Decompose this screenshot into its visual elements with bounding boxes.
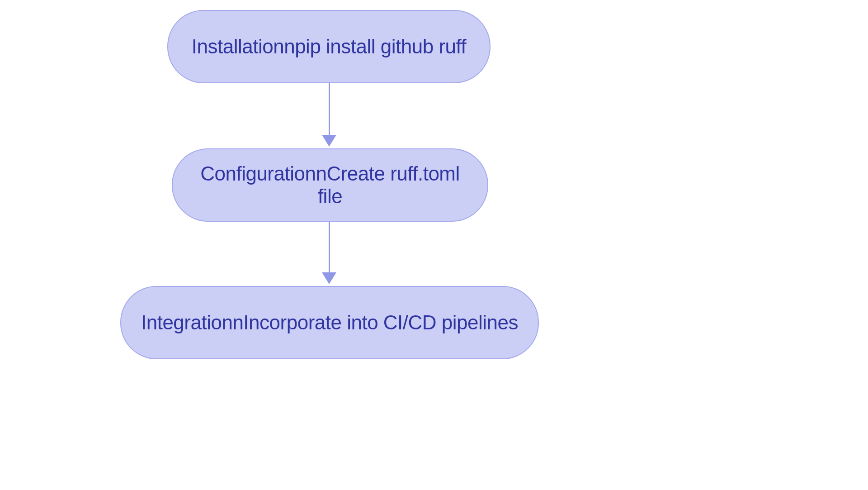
node-installation: Installationnpip install github ruff	[167, 10, 491, 83]
edge-arrowhead	[322, 272, 336, 284]
node-integration: IntegrationnIncorporate into CI/CD pipel…	[120, 286, 539, 359]
edge-arrow	[329, 222, 330, 273]
edge-arrow	[329, 83, 330, 136]
node-label: ConfigurationnCreate ruff.toml file	[191, 162, 469, 208]
node-configuration: ConfigurationnCreate ruff.toml file	[172, 148, 488, 222]
edge-arrowhead	[322, 135, 336, 147]
flowchart-container: Installationnpip install github ruff Con…	[0, 0, 868, 490]
node-label: IntegrationnIncorporate into CI/CD pipel…	[141, 311, 518, 334]
node-label: Installationnpip install github ruff	[192, 35, 466, 58]
